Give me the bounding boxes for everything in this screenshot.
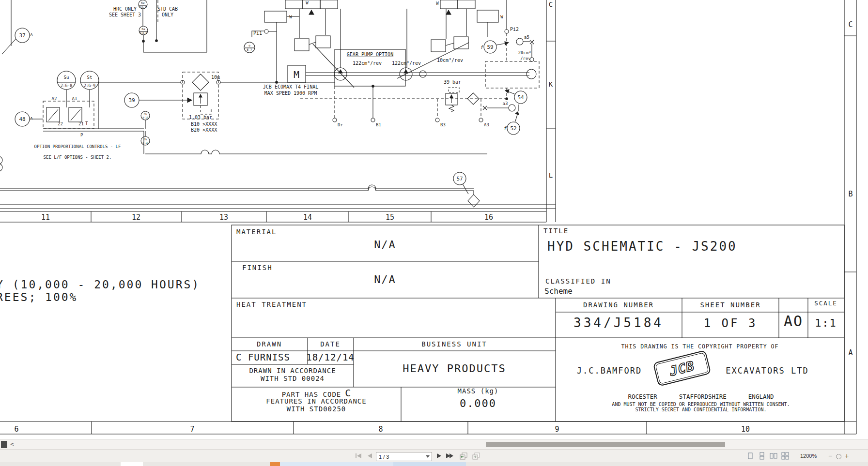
schematic-label: o — [248, 44, 250, 47]
date-label: DATE — [320, 341, 341, 348]
sheet-number-value: 1 OF 3 — [704, 317, 758, 330]
page-dropdown-caret-icon[interactable] — [426, 455, 430, 458]
clipped-note-line1: Y (10,000 - 20,000 HOURS) — [0, 279, 200, 290]
zoom-in-button[interactable]: + — [843, 451, 851, 460]
schematic-label: GEAR PUMP OPTION — [347, 52, 393, 57]
previous-view-icon — [460, 452, 467, 460]
schematic-label: SEE SHEET 3 — [109, 12, 141, 17]
schematic-label: a3 — [503, 101, 508, 106]
schematic-label: OPTION PROPORTIONAL CONTROLS - LF — [34, 144, 121, 149]
schematic-label: M — [294, 69, 299, 80]
previous-page-icon — [367, 453, 372, 459]
schematic-label: St — [87, 75, 93, 80]
row-letter-inner: K — [549, 80, 553, 88]
schematic-label: 20cm³ — [518, 50, 531, 55]
drawing-title: HYD SCHEMATIC - JS200 — [547, 240, 737, 253]
schematic-label: 37 — [19, 32, 25, 39]
schematic-label: f — [504, 126, 507, 131]
schematic-label: W — [306, 0, 309, 5]
layout-single-page-icon — [747, 452, 754, 460]
schematic-label: SEE L/F OPTIONS - SHEET 2. — [44, 155, 112, 160]
legal-line2: STRICTLY SECRET AND CONFIDENTIAL INFORMA… — [636, 407, 767, 413]
paper-size: AO — [784, 314, 803, 329]
last-page-icon — [446, 453, 453, 459]
heat-treatment-label: HEAT TREATMENT — [236, 301, 307, 308]
finish-label: FINISH — [242, 264, 273, 271]
sheet-number-label: SHEET NUMBER — [700, 301, 760, 309]
layout-facing-continuous-button[interactable] — [781, 451, 790, 460]
layout-continuous-button[interactable] — [758, 451, 766, 460]
mass-label: MASS (kg) — [458, 388, 499, 395]
schematic-label: 21 — [78, 121, 84, 126]
schematic-label: 48 — [19, 116, 25, 122]
schematic-label: Ke — [141, 1, 145, 4]
row-letter-inner: L — [549, 171, 553, 179]
schematic-label: 54 — [517, 94, 524, 101]
schematic-label: a5 — [524, 35, 529, 40]
schematic-label: A2 — [52, 96, 57, 101]
schematic-label: JCB ECOMAX T4 FINAL — [263, 84, 318, 90]
schematic-label: 10μ — [211, 75, 220, 80]
drawing-number-label: DRAWING NUMBER — [583, 301, 654, 309]
schematic-label: 22 — [58, 121, 63, 126]
schematic-label: 3:C-8 — [139, 5, 146, 8]
part-code-letter: C — [345, 388, 351, 398]
mass-value: 0.000 — [460, 398, 496, 409]
panel-grip-icon[interactable] — [1, 441, 7, 448]
schematic-label: 2:G-8 — [61, 84, 72, 88]
schematic-label: 59 — [487, 44, 493, 50]
schematic-label: 39 bar — [444, 79, 461, 85]
schematic-label: 4-10 — [142, 116, 148, 119]
schematic-label: 57 — [456, 176, 463, 182]
previous-page-button[interactable] — [365, 451, 374, 460]
first-page-button[interactable] — [354, 451, 363, 460]
part-code-line3: WITH STD00250 — [287, 406, 346, 413]
zoom-out-button[interactable]: − — [826, 451, 834, 460]
grid-number-bottom: 9 — [555, 425, 559, 434]
grid-number-top: 16 — [484, 213, 493, 222]
grid-number-top: 12 — [132, 213, 140, 222]
part-code-line1: PART HAS CODE C — [282, 388, 351, 398]
zoom-level-value[interactable]: 1200% — [800, 453, 817, 459]
drawn-value: C FURNISS — [236, 353, 290, 362]
schematic-label: MAX SPEED 1900 RPM — [264, 90, 317, 96]
title-label: TITLE — [543, 227, 569, 235]
schematic-label: Ka — [141, 27, 145, 30]
schematic-label: Su — [64, 75, 69, 80]
schematic-label: Dr — [338, 122, 343, 127]
business-unit-value: HEAVY PRODUCTS — [403, 363, 506, 374]
scrollbar-thumb[interactable] — [486, 442, 725, 447]
schematic-label: 122cm³/rev — [353, 60, 382, 66]
next-page-button[interactable] — [435, 451, 444, 460]
company-address: ROCESTER STAFFORDSHIRE ENGLAND — [628, 393, 774, 400]
schematic-label: ʌ — [30, 32, 33, 37]
layout-facing-button[interactable] — [769, 451, 778, 460]
schematic-label: P — [80, 133, 83, 137]
schematic-label: 4-10 — [142, 141, 148, 144]
scale-label: SCALE — [814, 300, 837, 306]
classified-value: Scheme — [544, 287, 573, 296]
next-view-button[interactable] — [472, 451, 480, 460]
zoom-reset-icon[interactable] — [836, 454, 841, 459]
page-number-input[interactable]: 1 / 3 — [376, 452, 432, 461]
schematic-label: ONLY — [162, 12, 173, 17]
horizontal-scrollbar[interactable]: < — [0, 439, 868, 450]
scroll-left-arrow-icon[interactable]: < — [10, 440, 14, 448]
schematic-label: 1.03 bar — [189, 115, 212, 120]
schematic-label: W — [436, 1, 439, 6]
last-page-button[interactable] — [445, 451, 454, 460]
previous-view-button[interactable] — [459, 451, 468, 460]
schematic-label: W — [500, 15, 503, 19]
layout-single-page-button[interactable] — [746, 451, 755, 460]
schematic-label: A1 — [72, 96, 78, 101]
schematic-label: 2:G-9 — [84, 84, 95, 88]
schematic-label: W — [289, 15, 292, 19]
drawing-canvas[interactable]: 111213141516678910CKLCBAHRC ONLYSEE SHEE… — [0, 0, 868, 439]
schematic-label: B10 >XXXX — [191, 121, 217, 127]
grid-number-bottom: 7 — [190, 425, 194, 434]
layout-continuous-icon — [759, 452, 765, 460]
taskbar-segment — [121, 462, 143, 466]
grid-number-top: 14 — [303, 213, 312, 222]
grid-number-top: 13 — [219, 213, 228, 222]
schematic-label: ʌ — [30, 116, 33, 120]
